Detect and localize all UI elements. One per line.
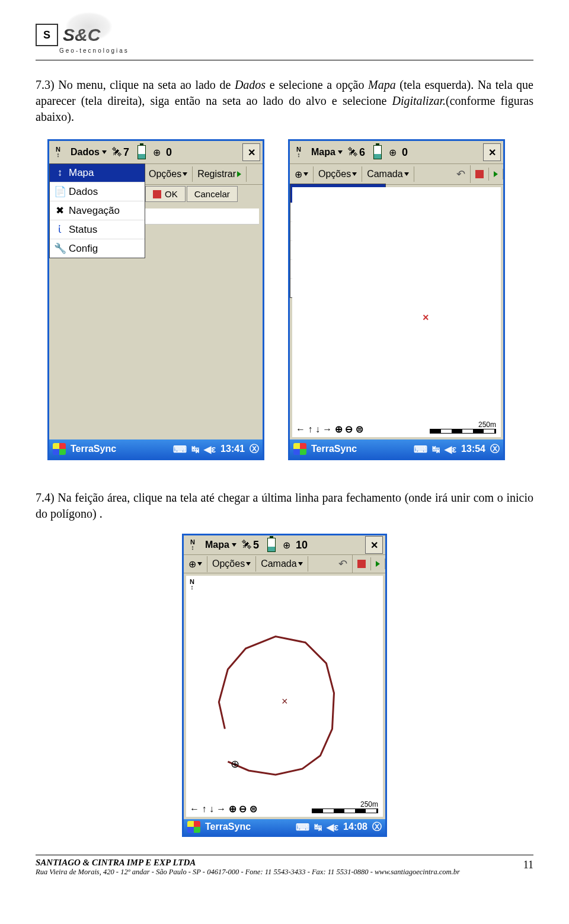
paragraph-7-3: 7.3) No menu, clique na seta ao lado de … <box>36 77 533 125</box>
section-menu: ↕Mapa 📄Dados ✖Navegação ἰStatus 🔧Config <box>49 163 145 258</box>
tool-dropdown[interactable]: ⊕ <box>290 166 314 182</box>
battery-icon <box>373 145 382 159</box>
cancel-button[interactable]: Cancelar <box>187 186 238 202</box>
titlebar: N↕ Mapa 🛰 5 ⊕ 10 ✕ <box>184 535 385 555</box>
close-task-icon[interactable]: ⓧ <box>372 821 382 833</box>
target-count: 10 <box>296 539 308 551</box>
screenshot-bottom: N↕ Mapa 🛰 5 ⊕ 10 ✕ ⊕ Opções Camada ↶ N↕ … <box>182 534 387 837</box>
options-dropdown[interactable]: Opções <box>144 166 193 182</box>
speaker-icon[interactable]: ◀ε <box>204 444 216 455</box>
chevron-down-icon <box>246 562 251 566</box>
ok-button[interactable]: OK <box>145 186 186 202</box>
chevron-down-icon <box>232 543 236 547</box>
globe-graphic <box>65 12 113 41</box>
north-icon: N↕ <box>292 146 305 159</box>
undo-button[interactable]: ↶ <box>452 165 471 183</box>
chevron-down-icon <box>338 150 343 154</box>
section-dropdown[interactable]: Mapa <box>202 537 240 553</box>
taskbar-app-name[interactable]: TerraSync <box>205 822 251 832</box>
taskbar: TerraSync ⌨ ↹ ◀ε 13:41 ⓧ <box>49 439 263 458</box>
windows-start-icon[interactable] <box>187 821 200 833</box>
chevron-down-icon <box>404 172 409 176</box>
polygon-path: × ⊕ <box>186 576 383 816</box>
close-button[interactable]: ✕ <box>365 536 383 554</box>
keyboard-icon[interactable]: ⌨ <box>296 822 309 833</box>
close-button[interactable]: ✕ <box>483 143 501 161</box>
footer-address: Rua Vieira de Morais, 420 - 12º andar - … <box>36 868 533 877</box>
connection-icon[interactable]: ↹ <box>432 444 440 455</box>
stop-button[interactable] <box>353 557 371 570</box>
satellite-icon: 🛰 <box>110 146 123 159</box>
satellite-icon: 🛰 <box>240 538 253 551</box>
nav-arrows[interactable]: ← ↑ ↓ → ⊕ ⊖ ⊜ <box>190 803 257 814</box>
stop-icon <box>475 170 484 178</box>
north-icon: N↕ <box>52 146 65 159</box>
titlebar: N↕ Mapa 🛰 6 ⊕ 0 ✕ <box>290 141 503 164</box>
target-count: 0 <box>166 146 172 159</box>
battery-icon <box>138 145 146 159</box>
play-button[interactable] <box>489 169 503 179</box>
scale-bar: 250m <box>430 421 496 434</box>
footer-company: SANTIAGO & CINTRA IMP E EXP LTDA <box>36 858 533 868</box>
connection-icon[interactable]: ↹ <box>191 444 199 455</box>
windows-start-icon[interactable] <box>293 443 306 455</box>
status-icon: ἰ <box>55 223 65 236</box>
keyboard-icon[interactable]: ⌨ <box>173 444 187 455</box>
close-task-icon[interactable]: ⓧ <box>250 443 259 455</box>
screenshot-right: N↕ Mapa 🛰 6 ⊕ 0 ✕ ⊕ Opções Camada ↶ <box>288 139 505 460</box>
data-icon: 📄 <box>55 185 65 198</box>
satellite-icon: 🛰 <box>346 146 359 159</box>
options-dropdown[interactable]: Opções <box>314 166 362 182</box>
titlebar: N↕ Dados 🛰 7 ⊕ 0 ✕ <box>49 141 263 164</box>
taskbar-app-name[interactable]: TerraSync <box>71 444 116 454</box>
scale-bar: 250m <box>312 800 378 813</box>
target-icon: ⊕ <box>280 538 293 551</box>
close-task-icon[interactable]: ⓧ <box>490 443 500 455</box>
speaker-icon[interactable]: ◀ε <box>445 444 456 455</box>
chevron-down-icon <box>298 562 303 566</box>
stop-button[interactable] <box>471 168 489 181</box>
section-dropdown[interactable]: Dados <box>67 145 110 160</box>
tagline: Geo-tecnologias <box>59 47 533 54</box>
clock: 13:41 <box>220 444 245 454</box>
battery-icon <box>267 538 276 552</box>
taskbar-app-name[interactable]: TerraSync <box>311 444 357 454</box>
logo-icon: S <box>36 24 58 46</box>
paragraph-7-4: 7.4) Na feição área, clique na tela até … <box>36 490 533 522</box>
target-icon: ⊕ <box>386 146 399 159</box>
center-marker: × <box>282 696 288 708</box>
map-canvas[interactable]: × ← ↑ ↓ → ⊕ ⊖ ⊜ 250m <box>292 187 501 437</box>
play-icon <box>376 561 380 567</box>
page-number: 11 <box>523 859 533 871</box>
north-icon: N↕ <box>186 538 199 551</box>
screenshot-left: N↕ Dados 🛰 7 ⊕ 0 ✕ Opções Registrar OK C… <box>47 139 264 460</box>
menu-item-dados[interactable]: 📄Dados <box>50 182 145 201</box>
clock: 14:08 <box>343 822 367 832</box>
layer-dropdown[interactable]: Camada <box>362 166 414 182</box>
keyboard-icon[interactable]: ⌨ <box>414 444 427 455</box>
sat-count: 7 <box>123 146 129 159</box>
tool-dropdown[interactable]: ⊕ <box>184 556 207 572</box>
menu-item-mapa[interactable]: ↕Mapa <box>50 164 145 182</box>
menu-item-status[interactable]: ἰStatus <box>50 220 145 239</box>
speaker-icon[interactable]: ◀ε <box>327 822 338 833</box>
section-dropdown[interactable]: Mapa <box>308 145 346 160</box>
register-button[interactable]: Registrar <box>193 166 247 182</box>
close-button[interactable]: ✕ <box>242 143 260 161</box>
connection-icon[interactable]: ↹ <box>314 822 322 833</box>
menu-item-navegacao[interactable]: ✖Navegação <box>50 201 145 220</box>
nav-arrows[interactable]: ← ↑ ↓ → ⊕ ⊖ ⊜ <box>296 424 363 435</box>
undo-button[interactable]: ↶ <box>334 555 353 573</box>
play-icon <box>494 171 498 177</box>
play-icon <box>237 171 241 177</box>
sat-count: 6 <box>359 146 365 159</box>
windows-start-icon[interactable] <box>53 443 66 455</box>
options-dropdown[interactable]: Opções <box>207 556 256 572</box>
play-button[interactable] <box>371 559 385 569</box>
map-icon: ↕ <box>55 167 65 179</box>
map-canvas[interactable]: N↕ × ⊕ ← ↑ ↓ → ⊕ ⊖ ⊜ 250m <box>186 576 383 816</box>
target-count: 0 <box>402 146 408 159</box>
layer-dropdown[interactable]: Camada <box>256 556 308 572</box>
taskbar: TerraSync ⌨ ↹ ◀ε 14:08 ⓧ <box>184 819 385 835</box>
menu-item-config[interactable]: 🔧Config <box>50 239 145 258</box>
